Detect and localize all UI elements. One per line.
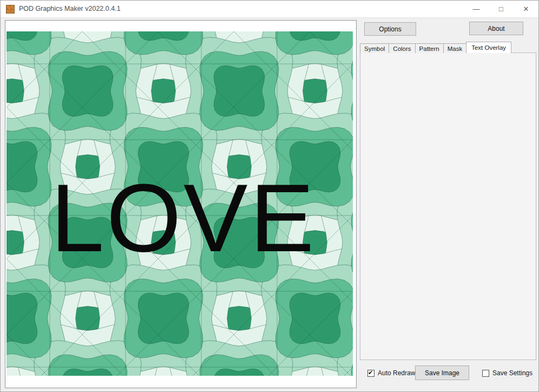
checkbox-label: Save Settings — [492, 369, 533, 377]
minimize-button[interactable]: — — [464, 1, 489, 18]
tab-strip: SymbolColorsPatternMaskText Overlay — [360, 42, 511, 53]
app-icon — [6, 5, 15, 14]
auto-redraw-checkbox[interactable]: Auto Redraw — [367, 369, 415, 377]
app-window: { "window": { "title": "POD Graphics Mak… — [0, 0, 539, 392]
maximize-button[interactable]: □ — [489, 1, 514, 18]
pattern-image: LOVE — [6, 31, 353, 376]
tab-pattern[interactable]: Pattern — [415, 43, 444, 53]
about-button[interactable]: About — [469, 22, 523, 35]
checkbox-box[interactable] — [367, 370, 374, 377]
tab-mask[interactable]: Mask — [443, 43, 466, 53]
checkbox-box[interactable] — [482, 370, 489, 377]
tab-colors[interactable]: Colors — [389, 43, 415, 53]
options-button[interactable]: Options — [364, 22, 416, 36]
save-settings-checkbox[interactable]: Save Settings — [482, 369, 533, 377]
close-button[interactable]: ✕ — [514, 1, 538, 18]
save-image-button[interactable]: Save Image — [415, 365, 469, 380]
window-title: POD Graphics Maker v2022.0.4.1 — [19, 5, 121, 12]
preview-canvas: LOVE — [5, 20, 357, 388]
tab-page-text-overlay — [360, 53, 536, 360]
checkbox-label: Auto Redraw — [378, 369, 415, 377]
svg-text:LOVE: LOVE — [51, 164, 317, 272]
tab-symbol[interactable]: Symbol — [360, 43, 389, 53]
tab-text-overlay[interactable]: Text Overlay — [466, 42, 511, 53]
title-bar: POD Graphics Maker v2022.0.4.1 — □ ✕ — [1, 1, 538, 18]
